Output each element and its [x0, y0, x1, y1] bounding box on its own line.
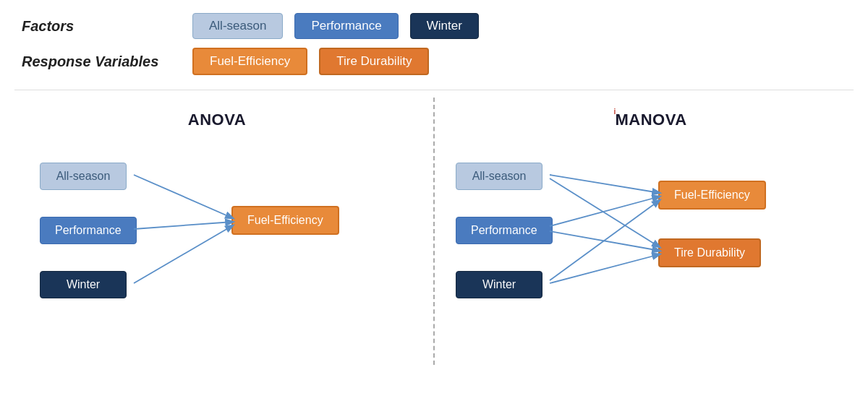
manova-title: i MANOVA	[615, 111, 686, 129]
manova-title-text: MANOVA	[615, 111, 686, 129]
manova-node-performance: Performance	[456, 217, 553, 244]
svg-line-4	[550, 178, 660, 247]
factor-badges: All-season Performance Winter	[192, 13, 479, 39]
badge-winter: Winter	[410, 13, 479, 39]
legend-section: Factors All-season Performance Winter Re…	[0, 0, 868, 82]
manova-dot: i	[613, 108, 616, 116]
response-row: Response Variables Fuel-Efficiency Tire …	[22, 48, 846, 75]
factors-label: Factors	[22, 18, 181, 35]
badge-performance: Performance	[294, 13, 398, 39]
diagram-area: ANOVA All-season Performance Winter Fuel…	[0, 98, 868, 365]
factors-row: Factors All-season Performance Winter	[22, 13, 846, 39]
anova-node-performance: Performance	[40, 217, 137, 244]
svg-line-0	[134, 175, 233, 218]
svg-line-3	[550, 175, 660, 193]
anova-node-winter: Winter	[40, 271, 127, 298]
response-badges: Fuel-Efficiency Tire Durability	[192, 48, 429, 75]
section-divider	[14, 90, 854, 90]
badge-fuel: Fuel-Efficiency	[192, 48, 307, 75]
svg-line-8	[550, 254, 660, 283]
svg-line-5	[550, 197, 660, 226]
manova-node-allseason: All-season	[456, 163, 542, 190]
manova-node-winter: Winter	[456, 271, 542, 298]
svg-line-1	[134, 222, 233, 229]
badge-tire: Tire Durability	[319, 48, 429, 75]
manova-diagram: i MANOVA All-season Performance Winter F…	[434, 98, 868, 365]
anova-node-fuel: Fuel-Efficiency	[231, 206, 339, 235]
svg-line-6	[550, 231, 660, 251]
svg-line-2	[134, 225, 233, 283]
anova-node-allseason: All-season	[40, 163, 127, 190]
response-label: Response Variables	[22, 53, 181, 70]
manova-node-fuel: Fuel-Efficiency	[658, 181, 766, 210]
svg-line-7	[550, 200, 660, 280]
badge-allseason: All-season	[192, 13, 283, 39]
anova-diagram: ANOVA All-season Performance Winter Fuel…	[0, 98, 434, 365]
anova-title: ANOVA	[188, 111, 246, 129]
manova-node-tire: Tire Durability	[658, 238, 761, 267]
